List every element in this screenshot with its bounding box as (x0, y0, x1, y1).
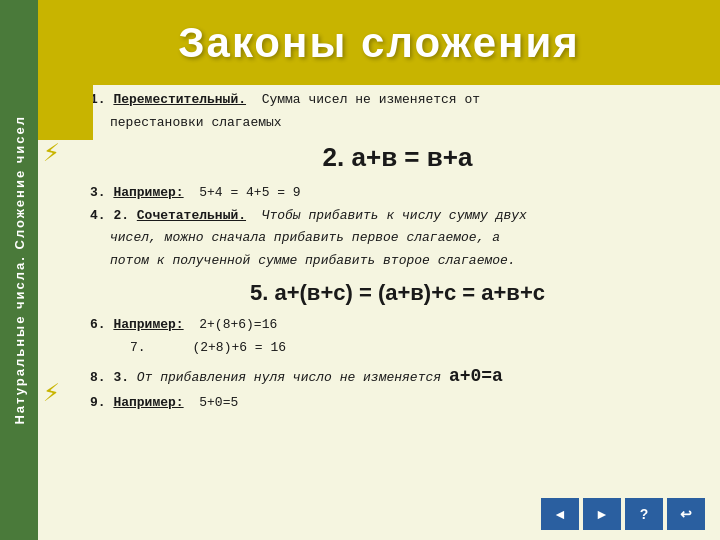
main-content: 1. Переместительный. Сумма чисел не изме… (90, 90, 705, 485)
law-3: 3. Например: 5+4 = 4+5 = 9 (90, 183, 705, 203)
law-4-label: Сочетательный. (137, 208, 246, 223)
help-button[interactable]: ? (625, 498, 663, 530)
law-1-num: 1. (90, 92, 113, 107)
yellow-square-accent (38, 85, 93, 140)
law-9-text: 5+0=5 (184, 395, 239, 410)
law-4-num: 4. 2. (90, 208, 137, 223)
law-6: 6. Например: 2+(8+6)=16 (90, 315, 705, 335)
law-9-num: 9. (90, 395, 113, 410)
law-6-num: 6. (90, 317, 113, 332)
law-7: 7. (2+8)+6 = 16 (90, 338, 705, 358)
law-1-text-cont: перестановки слагаемых (110, 115, 282, 130)
law-7-text: (2+8)+6 = 16 (192, 340, 286, 355)
law-9-label: Например: (113, 395, 183, 410)
law-1-cont: перестановки слагаемых (90, 113, 705, 133)
slide-title: Законы сложения (178, 19, 580, 67)
law-7-num: 7. (130, 340, 192, 355)
home-button[interactable]: ↩ (667, 498, 705, 530)
formula-5: 5. а+(в+с) = (а+в)+с = а+в+с (90, 276, 705, 309)
law-4-cont2: потом к полученной сумме прибавить второ… (90, 251, 705, 271)
law-3-num: 3. (90, 185, 113, 200)
formula-2: 2. а+в = в+а (90, 138, 705, 177)
law-9: 9. Например: 5+0=5 (90, 393, 705, 413)
left-banner: Натуральные числа. Сложение чисел (0, 0, 38, 540)
nav-buttons: ◄ ► ? ↩ (541, 498, 705, 530)
law-3-label: Например: (113, 185, 183, 200)
slide: Натуральные числа. Сложение чисел Законы… (0, 0, 720, 540)
lightning-top-icon: ⚡ (43, 135, 60, 169)
law-4-cont1: чисел, можно сначала прибавить первое сл… (90, 228, 705, 248)
law-6-text: 2+(8+6)=16 (184, 317, 278, 332)
law-8: 8. 3. От прибавления нуля число не измен… (90, 363, 705, 390)
prev-button[interactable]: ◄ (541, 498, 579, 530)
law-8-formula: а+0=а (449, 366, 503, 386)
top-bar: Законы сложения (38, 0, 720, 85)
law-1-label: Переместительный. (113, 92, 246, 107)
lightning-bottom-icon: ⚡ (43, 375, 60, 409)
law-8-num: 8. 3. (90, 370, 137, 385)
law-1: 1. Переместительный. Сумма чисел не изме… (90, 90, 705, 110)
law-3-text: 5+4 = 4+5 = 9 (184, 185, 301, 200)
next-button[interactable]: ► (583, 498, 621, 530)
left-banner-text: Натуральные числа. Сложение чисел (12, 115, 27, 425)
law-1-text: Сумма чисел не изменяется от (246, 92, 480, 107)
law-8-text: От прибавления нуля число не изменяется (137, 370, 441, 385)
law-4: 4. 2. Сочетательный. Чтобы прибавить к ч… (90, 206, 705, 226)
law-6-label: Например: (113, 317, 183, 332)
law-4-text: Чтобы прибавить к числу сумму двух (246, 208, 527, 223)
